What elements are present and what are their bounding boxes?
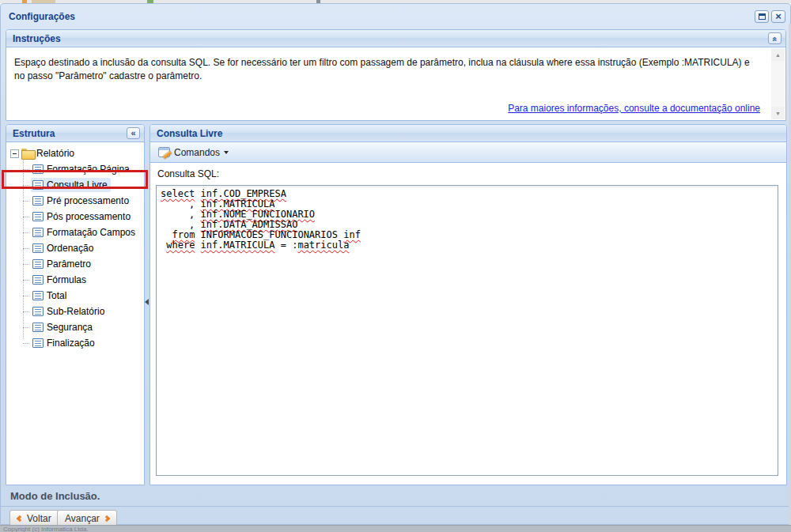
form-icon <box>32 259 44 269</box>
form-icon <box>32 228 44 237</box>
background-page-footer: Copyright (c) Informatica Ltda. <box>0 525 791 532</box>
tree-node: Parâmetro <box>31 257 94 271</box>
form-icon <box>32 243 44 253</box>
next-button[interactable]: Avançar <box>57 510 117 526</box>
tree-node: Consulta Livre <box>31 178 111 192</box>
commands-menu-label: Comandos <box>174 147 220 158</box>
form-icon <box>32 307 44 316</box>
instructions-text: Espaço destinado a inclusão da consulta … <box>14 56 754 83</box>
form-icon <box>32 291 44 300</box>
structure-tree: RelatórioFormatação PáginaConsulta Livre… <box>6 142 144 485</box>
free-query-body: Consulta SQL: select inf.COD_EMPRESA , i… <box>150 163 786 485</box>
tree-item-label: Pré processamento <box>47 195 129 206</box>
form-icon <box>32 323 44 332</box>
scroll-up-arrow-icon[interactable]: ▲ <box>771 48 785 61</box>
free-query-panel: Consulta Livre Comandos Consulta SQL: se… <box>149 124 787 485</box>
arrow-right-icon <box>104 515 110 521</box>
close-button[interactable]: × <box>771 10 785 23</box>
back-button[interactable]: Voltar <box>9 510 59 526</box>
tree-item-total[interactable]: Total <box>6 288 144 304</box>
tree-item-pos-processamento[interactable]: Pós processamento <box>6 209 144 224</box>
tree-root-label: Relatório <box>36 148 74 159</box>
free-query-panel-header: Consulta Livre <box>150 125 786 142</box>
caret-down-icon <box>224 151 229 154</box>
tree-node: Formatação Campos <box>31 225 138 240</box>
background-copyright-text: Copyright (c) Informatica Ltda. <box>3 526 89 532</box>
tree-item-label: Sub-Relatório <box>47 306 104 317</box>
window-titlebar[interactable]: Configurações × <box>1 7 791 27</box>
tree-item-label: Consulta Livre <box>47 179 108 191</box>
tree-item-label: Formatação Página <box>47 164 130 175</box>
tree-node: Pré processamento <box>31 194 132 208</box>
instructions-panel-title: Instruções <box>13 33 768 44</box>
tree-item-label: Pós processamento <box>47 211 131 222</box>
tree-node: Sub-Relatório <box>31 304 108 319</box>
sql-line: where inf.MATRICULA = :matricula <box>161 240 774 251</box>
tree-item-parametro[interactable]: Parâmetro <box>6 256 144 272</box>
free-query-panel-title: Consulta Livre <box>157 128 782 139</box>
tree-item-finalizacao[interactable]: Finalização <box>6 335 144 351</box>
instructions-scrollbar[interactable]: ▲ ▼ <box>771 48 785 119</box>
maximize-icon <box>759 13 766 20</box>
collapse-panel-button[interactable]: « <box>768 32 782 44</box>
tree-expander-icon[interactable] <box>10 149 19 158</box>
instructions-panel-header: Instruções « <box>6 30 785 47</box>
instructions-body: Espaço destinado a inclusão da consulta … <box>6 47 785 120</box>
arrow-left-icon <box>17 515 23 521</box>
tree-item-label: Segurança <box>47 322 93 333</box>
collapse-sidebar-button[interactable]: « <box>127 127 140 139</box>
form-icon <box>32 164 44 174</box>
form-icon <box>32 180 44 190</box>
close-icon: × <box>775 13 782 21</box>
commands-icon <box>158 147 170 157</box>
commands-toolbar: Comandos <box>150 142 786 163</box>
next-button-label: Avançar <box>65 513 100 524</box>
tree-node: Total <box>31 289 70 303</box>
scroll-down-arrow-icon[interactable]: ▼ <box>771 107 785 119</box>
tree-node: Ordenação <box>31 241 97 255</box>
window-title: Configurações <box>9 11 75 22</box>
tree-item-ordenacao[interactable]: Ordenação <box>6 240 144 256</box>
sql-query-textarea[interactable]: select inf.COD_EMPRESA , inf.MATRICULA ,… <box>156 185 778 476</box>
form-icon <box>32 196 44 206</box>
form-icon <box>32 275 44 285</box>
tree-node: Fórmulas <box>31 273 89 287</box>
tree-item-sub-relatorio[interactable]: Sub-Relatório <box>6 304 144 319</box>
tree-item-label: Total <box>47 290 66 301</box>
folder-icon <box>21 149 34 158</box>
structure-panel-title: Estrutura <box>13 128 127 139</box>
tree-item-formatacao-pagina[interactable]: Formatação Página <box>6 161 144 177</box>
config-window: Configurações × Instruções « Espaço dest… <box>0 3 791 525</box>
sql-query-label: Consulta SQL: <box>157 168 219 179</box>
back-button-label: Voltar <box>27 513 51 524</box>
commands-menu-button[interactable]: Comandos <box>153 145 233 160</box>
status-text: Modo de Inclusão. <box>10 490 100 502</box>
tree-item-label: Parâmetro <box>47 258 91 270</box>
tree-item-label: Finalização <box>47 338 95 349</box>
tree-item-formatacao-campos[interactable]: Formatação Campos <box>6 224 144 240</box>
structure-panel: Estrutura « RelatórioFormatação PáginaCo… <box>6 124 145 485</box>
form-icon <box>32 338 44 348</box>
tree-root-relatorio[interactable]: Relatório <box>6 145 144 161</box>
footer-divider <box>1 506 791 507</box>
tree-item-formulas[interactable]: Fórmulas <box>6 272 144 288</box>
documentation-link[interactable]: Para maiores informações, consulte a doc… <box>508 103 760 114</box>
form-icon <box>32 212 44 221</box>
instructions-panel: Instruções « Espaço destinado a inclusão… <box>6 29 786 121</box>
splitter-collapse-arrow-icon[interactable] <box>145 299 149 305</box>
tree-node: Segurança <box>31 320 96 334</box>
chevron-up-icon: « <box>770 36 779 41</box>
maximize-button[interactable] <box>755 10 769 23</box>
tree-item-pre-processamento[interactable]: Pré processamento <box>6 193 144 209</box>
tree-item-consulta-livre[interactable]: Consulta Livre <box>6 177 144 193</box>
tree-item-label: Fórmulas <box>47 274 86 285</box>
tree-node: Formatação Página <box>31 162 133 176</box>
chevron-left-icon: « <box>131 129 135 138</box>
structure-panel-header: Estrutura « <box>6 125 144 142</box>
tree-item-seguranca[interactable]: Segurança <box>6 319 144 335</box>
tree-item-label: Formatação Campos <box>47 227 135 238</box>
tree-node: Finalização <box>31 336 98 350</box>
tree-item-label: Ordenação <box>47 243 93 254</box>
tree-node: Pós processamento <box>31 209 134 224</box>
